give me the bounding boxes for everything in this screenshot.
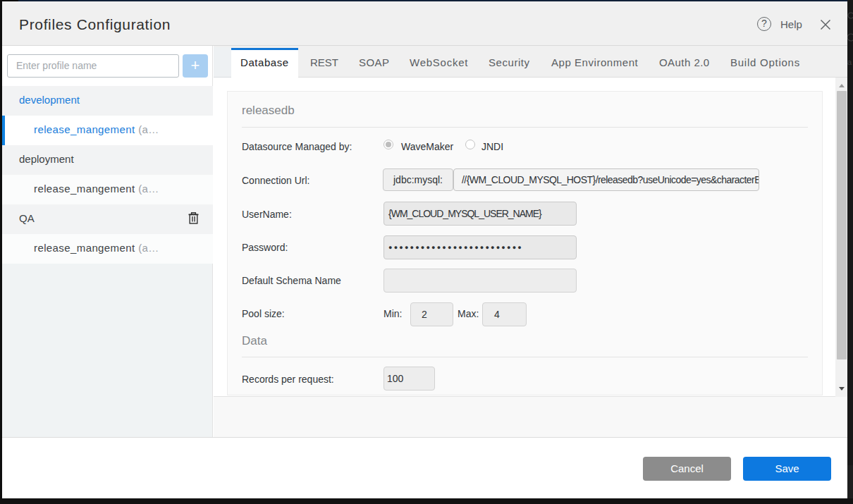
- svg-text:a: a: [847, 58, 852, 66]
